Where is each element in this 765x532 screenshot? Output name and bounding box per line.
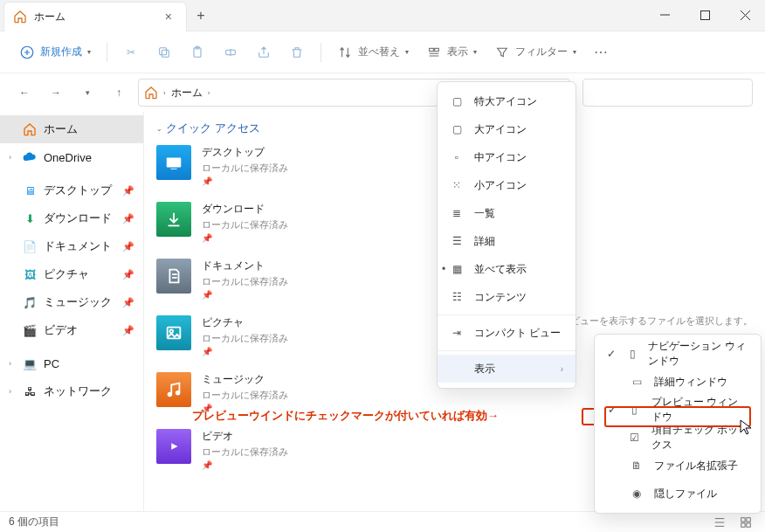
more-button[interactable]: ⋯ bbox=[587, 38, 617, 66]
preview-pane-icon: ▯ bbox=[629, 403, 641, 417]
item-title: ビデオ bbox=[202, 429, 288, 444]
svg-rect-7 bbox=[430, 48, 434, 51]
minimize-button[interactable] bbox=[644, 0, 685, 31]
delete-button[interactable] bbox=[282, 39, 312, 66]
item-title: ドキュメント bbox=[202, 259, 288, 273]
menu-item-show[interactable]: 表示› bbox=[438, 355, 575, 383]
view-menu: ▢特大アイコン ▢大アイコン ▫中アイコン ⁙小アイコン ≣一覧 ☰詳細 •▦並… bbox=[437, 81, 576, 389]
sidebar-item-documents[interactable]: 📄ドキュメント📌 bbox=[0, 232, 143, 260]
sidebar-item-label: OneDrive bbox=[44, 151, 92, 164]
sidebar-item-home[interactable]: ホーム bbox=[0, 115, 143, 143]
pin-icon: 📌 bbox=[122, 213, 134, 225]
folder-videos-icon bbox=[156, 429, 191, 464]
breadcrumb[interactable]: ホーム bbox=[171, 86, 203, 100]
item-subtitle: ローカルに保存済み bbox=[202, 275, 288, 288]
toolbar: 新規作成 ▾ ✂ 並べ替え ▾ 表示 ▾ フィルター ▾ ⋯ bbox=[0, 31, 765, 73]
tab-home[interactable]: ホーム × bbox=[3, 2, 187, 31]
copy-icon bbox=[156, 45, 172, 60]
svg-rect-3 bbox=[160, 47, 167, 54]
menu-item-details-pane[interactable]: ▭詳細ウィンドウ bbox=[595, 368, 761, 396]
cut-icon: ✂ bbox=[123, 45, 139, 60]
menu-item-tile[interactable]: •▦並べて表示 bbox=[438, 255, 575, 283]
up-button[interactable]: ↑ bbox=[107, 80, 131, 105]
new-label: 新規作成 bbox=[40, 45, 82, 59]
rename-icon bbox=[223, 45, 238, 60]
sidebar-item-label: ネットワーク bbox=[44, 383, 112, 399]
cut-button[interactable]: ✂ bbox=[116, 39, 146, 66]
menu-item-preview-pane[interactable]: ✓▯プレビュー ウィンドウ bbox=[595, 396, 761, 424]
view-label: 表示 bbox=[447, 45, 468, 59]
plus-circle-icon bbox=[19, 45, 35, 60]
sidebar-item-label: デスクトップ bbox=[44, 183, 112, 198]
copy-button[interactable] bbox=[149, 39, 179, 66]
sidebar-item-label: ダウンロード bbox=[44, 211, 112, 226]
chevron-down-icon[interactable]: ▾ bbox=[75, 80, 100, 105]
network-icon: 🖧 bbox=[23, 384, 37, 398]
sort-label: 並べ替え bbox=[358, 45, 400, 59]
svg-rect-2 bbox=[162, 50, 169, 57]
forward-button[interactable]: → bbox=[44, 80, 68, 105]
pin-icon: 📌 bbox=[122, 241, 134, 252]
new-tab-button[interactable]: + bbox=[187, 8, 215, 24]
menu-item-compact[interactable]: ⇥コンパクト ビュー bbox=[438, 319, 575, 347]
pin-icon: 📌 bbox=[122, 185, 134, 197]
menu-item-extensions[interactable]: 🗎ファイル名拡張子 bbox=[595, 452, 761, 480]
paste-button[interactable] bbox=[183, 39, 212, 66]
pc-icon: 💻 bbox=[23, 356, 37, 370]
sidebar-item-desktop[interactable]: 🖥デスクトップ📌 bbox=[0, 176, 143, 204]
sidebar-item-pc[interactable]: ›💻PC bbox=[0, 349, 143, 377]
sidebar-item-downloads[interactable]: ⬇ダウンロード📌 bbox=[0, 204, 143, 232]
download-icon: ⬇ bbox=[23, 211, 37, 225]
svg-rect-15 bbox=[747, 517, 750, 521]
tab-title: ホーム bbox=[34, 10, 156, 24]
section-label: クイック アクセス bbox=[166, 121, 260, 136]
icons-view-button[interactable] bbox=[735, 514, 756, 531]
filter-button[interactable]: フィルター ▾ bbox=[487, 39, 583, 66]
sidebar-item-label: ミュージック bbox=[44, 294, 112, 310]
back-button[interactable]: ← bbox=[12, 80, 37, 105]
large-icon: ▢ bbox=[450, 122, 464, 136]
share-button[interactable] bbox=[249, 39, 279, 66]
details-view-button[interactable] bbox=[709, 514, 730, 531]
item-subtitle: ローカルに保存済み bbox=[202, 446, 288, 459]
menu-item-details[interactable]: ☰詳細 bbox=[438, 227, 575, 255]
sidebar-item-music[interactable]: 🎵ミュージック📌 bbox=[0, 288, 143, 316]
menu-item-navpane[interactable]: ✓▯ナビゲーション ウィンドウ bbox=[595, 340, 761, 368]
menu-item-extralarge[interactable]: ▢特大アイコン bbox=[438, 87, 575, 115]
preview-hint-text: ビューを表示するファイルを選択します。 bbox=[570, 314, 753, 328]
maximize-button[interactable] bbox=[685, 0, 725, 31]
annotation-text: プレビューウインドにチェックマークが付いていれば有効→ bbox=[192, 408, 499, 424]
rename-button[interactable] bbox=[216, 39, 245, 66]
cloud-icon bbox=[23, 150, 37, 164]
menu-item-small[interactable]: ⁙小アイコン bbox=[438, 171, 575, 199]
menu-item-medium[interactable]: ▫中アイコン bbox=[438, 143, 575, 171]
checkbox-icon: ☑ bbox=[629, 431, 641, 445]
item-title: ピクチャ bbox=[202, 315, 288, 330]
tile-icon: ▦ bbox=[450, 262, 464, 276]
new-button[interactable]: 新規作成 ▾ bbox=[12, 39, 98, 66]
folder-music-icon bbox=[156, 372, 191, 407]
menu-item-checkboxes[interactable]: ☑項目チェック ボックス bbox=[595, 424, 761, 452]
status-bar: 6 個の項目 bbox=[0, 511, 765, 532]
medium-icon: ▫ bbox=[450, 150, 464, 164]
tab-close-button[interactable]: × bbox=[163, 8, 174, 25]
titlebar: ホーム × + bbox=[0, 0, 765, 31]
chevron-right-icon: › bbox=[9, 387, 16, 396]
chevron-down-icon: ▾ bbox=[87, 48, 91, 56]
menu-item-large[interactable]: ▢大アイコン bbox=[438, 115, 575, 143]
sort-button[interactable]: 並べ替え ▾ bbox=[330, 39, 416, 66]
pin-icon: 📌 bbox=[202, 460, 288, 470]
menu-item-list[interactable]: ≣一覧 bbox=[438, 199, 575, 227]
menu-item-hidden[interactable]: ◉隠しファイル bbox=[595, 480, 761, 508]
sidebar-item-onedrive[interactable]: › OneDrive bbox=[0, 143, 143, 171]
pin-icon: 📌 bbox=[122, 325, 134, 336]
close-button[interactable] bbox=[725, 0, 765, 31]
filter-label: フィルター bbox=[515, 45, 568, 59]
menu-item-content[interactable]: ☷コンテンツ bbox=[438, 283, 575, 311]
sidebar-item-videos[interactable]: 🎬ビデオ📌 bbox=[0, 316, 143, 344]
view-button[interactable]: 表示 ▾ bbox=[419, 39, 484, 66]
sidebar-item-pictures[interactable]: 🖼ピクチャ📌 bbox=[0, 260, 143, 288]
compact-icon: ⇥ bbox=[450, 326, 464, 340]
search-input[interactable] bbox=[582, 79, 753, 107]
sidebar-item-network[interactable]: ›🖧ネットワーク bbox=[0, 377, 143, 405]
